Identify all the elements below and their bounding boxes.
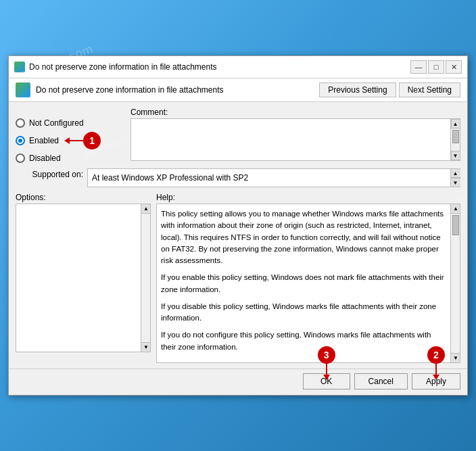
- scroll-up-arrow[interactable]: ▲: [451, 119, 460, 128]
- comment-label: Comment:: [130, 108, 460, 117]
- main-content: Not Configured Enabled 1: [9, 102, 467, 369]
- options-scroll-down[interactable]: ▼: [141, 342, 151, 352]
- options-label: Options:: [16, 193, 151, 202]
- options-pane: winaero.com winaero.com ▲ ▼: [16, 204, 151, 352]
- header-row: Do not preserve zone information in file…: [9, 78, 467, 102]
- top-section: Not Configured Enabled 1: [16, 108, 460, 163]
- help-para-2: If you enable this policy setting, Windo…: [161, 272, 446, 295]
- maximize-button[interactable]: □: [428, 60, 444, 74]
- supported-on-row: Supported on: At least Windows XP Profes…: [16, 168, 460, 187]
- not-configured-label: Not Configured: [29, 118, 84, 128]
- disabled-radio[interactable]: Disabled: [16, 153, 124, 163]
- radio-circle-not-configured: [16, 118, 25, 128]
- help-column: Help: This policy setting allows you to …: [156, 193, 460, 363]
- close-button[interactable]: ✕: [446, 60, 462, 74]
- next-setting-button[interactable]: Next Setting: [399, 82, 460, 97]
- minimize-button[interactable]: —: [410, 60, 427, 74]
- help-label: Help:: [156, 193, 460, 202]
- options-help-row: Options: winaero.com winaero.com ▲ ▼ Hel…: [16, 193, 460, 363]
- header-icon: [16, 82, 30, 97]
- dialog-icon: [14, 62, 25, 72]
- title-bar-text: Do not preserve zone information in file…: [29, 62, 406, 72]
- enabled-label: Enabled: [29, 136, 59, 145]
- help-pane: This policy setting allows you to manage…: [156, 204, 460, 363]
- bottom-bar: 3 OK Cancel 2 Apply: [9, 369, 467, 395]
- apply-button-wrap: 2 Apply: [412, 373, 460, 389]
- not-configured-radio[interactable]: Not Configured: [16, 118, 124, 128]
- supported-on-label: Supported on:: [16, 168, 83, 179]
- cancel-button[interactable]: Cancel: [354, 373, 408, 389]
- title-bar-controls: — □ ✕: [410, 60, 462, 74]
- options-column: Options: winaero.com winaero.com ▲ ▼: [16, 193, 151, 363]
- radio-circle-disabled: [16, 153, 25, 163]
- radio-circle-enabled: [16, 136, 25, 145]
- dialog-window: Do not preserve zone information in file…: [8, 55, 468, 396]
- previous-setting-button[interactable]: Previous Setting: [319, 82, 396, 97]
- supported-scroll-up[interactable]: ▲: [451, 169, 460, 178]
- supported-on-value: At least Windows XP Professional with SP…: [92, 173, 248, 183]
- help-para-4: If you do not configure this policy sett…: [161, 329, 446, 353]
- nav-buttons: Previous Setting Next Setting: [319, 82, 460, 97]
- annotation-3-arrow-shaft: [326, 364, 327, 375]
- pane-watermark: winaero.com: [16, 222, 68, 252]
- options-scrollbar: ▲ ▼: [141, 204, 150, 352]
- annotation-badge-1: 1: [83, 132, 101, 149]
- comment-section: Comment: ▲ ▼: [130, 108, 460, 161]
- enabled-radio[interactable]: Enabled: [16, 136, 59, 145]
- scroll-thumb[interactable]: [452, 130, 459, 143]
- scroll-down-arrow[interactable]: ▼: [451, 151, 460, 160]
- help-content: This policy setting allows you to manage…: [157, 204, 460, 362]
- annotation-2-arrowhead: [433, 375, 439, 380]
- comment-scrollbar: ▲ ▼: [450, 119, 460, 160]
- ok-button-wrap: 3 OK: [303, 373, 350, 389]
- annotation-3-arrowhead: [323, 375, 330, 380]
- header-title: Do not preserve zone information in file…: [36, 85, 314, 95]
- pane-watermark: winaero.com: [23, 269, 81, 299]
- options-scroll-up[interactable]: ▲: [141, 204, 151, 214]
- disabled-label: Disabled: [29, 153, 61, 163]
- comment-input[interactable]: [131, 119, 450, 158]
- annotation-2-arrow-shaft: [435, 364, 437, 375]
- help-para-3: If you disable this policy setting, Wind…: [161, 301, 446, 325]
- supported-scroll-down[interactable]: ▼: [451, 178, 460, 187]
- title-bar: Do not preserve zone information in file…: [9, 56, 467, 78]
- help-para-1: This policy setting allows you to manage…: [161, 208, 446, 266]
